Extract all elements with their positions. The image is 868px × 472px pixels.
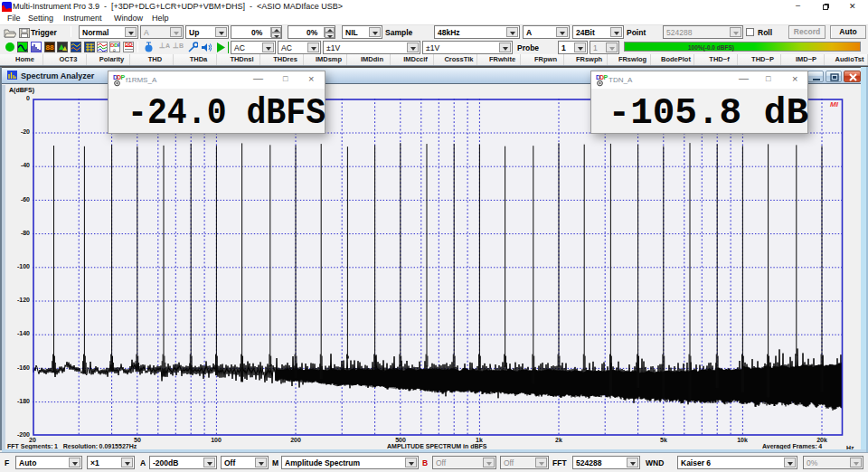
svg-text:P: P [121, 74, 126, 80]
svg-text:P: P [604, 74, 609, 80]
